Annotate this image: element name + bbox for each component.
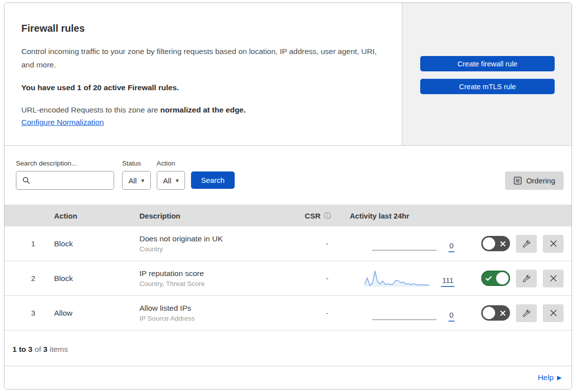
delete-rule-button[interactable] [543,270,564,287]
activity-sparkline [372,305,437,322]
table-header-row: Action Description CSR Activity last 24h… [4,205,572,226]
firewall-rules-panel: Firewall rules Control incoming traffic … [4,2,572,390]
rule-activity-cell: 111 [335,270,474,287]
action-filter-group: Action All ▼ [157,160,186,190]
toggle-knob [496,272,509,284]
configure-normalization-link[interactable]: Configure Normalization [21,118,104,126]
rule-csr-value: - [326,239,335,248]
rule-controls [474,270,564,287]
edit-rule-button[interactable] [516,270,537,287]
activity-count-link[interactable]: 111 [441,276,454,287]
help-link-label: Help [538,373,554,382]
column-header-csr: CSR [305,212,335,220]
wrench-icon [522,274,531,283]
header-section: Firewall rules Control incoming traffic … [4,3,572,146]
search-icon [22,176,30,184]
search-input[interactable] [33,172,112,189]
column-header-action: Action [54,212,139,220]
action-label: Action [157,160,186,167]
status-filter-group: Status All ▼ [122,160,151,190]
rule-enabled-toggle[interactable] [481,305,510,321]
edit-rule-button[interactable] [516,304,537,322]
items-count: 1 to 3 of 3 items [4,331,572,366]
toggle-x-icon [500,310,506,316]
search-group: Search description... [16,160,114,190]
edit-rule-button[interactable] [516,235,537,253]
rule-description-cell: IP reputation score Country, Threat Scor… [139,269,281,287]
rule-description: Allow listed IPs [139,304,281,313]
items-of-label: of [35,345,41,353]
ordering-button[interactable]: Ordering [505,171,564,190]
info-icon[interactable] [323,212,331,220]
activity-sparkline [372,235,437,252]
activity-count-link[interactable]: 0 [448,241,454,252]
create-mtls-rule-button[interactable]: Create mTLS rule [420,79,555,94]
items-total: 3 [43,345,48,353]
search-box [16,171,114,190]
rule-activity-cell: 0 [335,235,474,252]
toggle-check-icon [486,276,492,281]
create-firewall-rule-button[interactable]: Create firewall rule [420,56,555,71]
normalization-text-bold: normalized at the edge. [160,106,246,114]
table-row: 2 Block IP reputation score Country, Thr… [4,261,572,296]
status-dropdown[interactable]: All ▼ [122,171,151,190]
toggle-knob [483,307,495,319]
help-bar: Help ▶ [4,366,572,389]
rule-description: Does not originate in UK [139,234,281,243]
rule-action: Block [54,274,139,283]
action-selected-value: All [163,176,172,185]
status-label: Status [122,160,151,167]
items-range: 1 to 3 [12,345,32,353]
close-icon [550,309,557,317]
rule-description: IP reputation score [139,269,281,278]
help-link[interactable]: Help ▶ [538,373,562,382]
wrench-icon [522,239,531,248]
column-header-description: Description [139,212,281,220]
rule-csr-value: - [326,309,335,317]
activity-sparkline [365,270,429,287]
normalization-text: URL-encoded Requests to this zone are no… [21,106,382,114]
rule-match-fields: Country [139,245,281,253]
table-row: 1 Block Does not originate in UK Country… [4,226,572,261]
rule-match-fields: Country, Threat Score [139,280,281,287]
rule-csr-value: - [326,274,335,282]
delete-rule-button[interactable] [543,304,564,322]
rule-description-cell: Does not originate in UK Country [139,234,281,253]
rule-enabled-toggle[interactable] [481,271,510,286]
toggle-x-icon [500,241,506,246]
rule-priority: 2 [31,274,35,282]
header-description: Control incoming traffic to your zone by… [21,45,381,71]
rule-match-fields: IP Source Address [139,315,281,322]
chevron-down-icon: ▼ [175,178,180,183]
delete-rule-button[interactable] [543,235,564,253]
activity-count-link[interactable]: 0 [448,311,454,322]
header-text-block: Firewall rules Control incoming traffic … [4,3,402,145]
rule-controls [474,304,564,322]
actions-side-panel: Create firewall rule Create mTLS rule [402,3,572,145]
ordering-list-icon [513,176,522,185]
normalization-text-plain: URL-encoded Requests to this zone are [21,106,160,114]
page-title: Firewall rules [21,23,382,34]
rule-action: Block [54,239,139,248]
column-header-activity: Activity last 24hr [335,212,474,220]
rule-controls [474,235,564,253]
filter-bar: Search description... Status All ▼ Actio… [4,146,572,205]
chevron-down-icon: ▼ [140,178,145,183]
status-selected-value: All [128,176,137,185]
rule-priority: 3 [31,309,35,317]
help-arrow-icon: ▶ [557,375,562,381]
search-button[interactable]: Search [191,171,235,189]
usage-summary: You have used 1 of 20 active Firewall ru… [21,83,382,92]
wrench-icon [522,309,531,318]
table-row: 3 Allow Allow listed IPs IP Source Addre… [4,296,572,331]
rule-activity-cell: 0 [335,305,474,322]
rule-description-cell: Allow listed IPs IP Source Address [139,304,281,322]
csr-header-label: CSR [305,212,320,220]
rule-enabled-toggle[interactable] [481,236,510,251]
action-dropdown[interactable]: All ▼ [157,171,186,190]
ordering-button-label: Ordering [526,176,555,185]
close-icon [550,275,557,282]
toggle-knob [483,237,495,250]
items-label: items [50,345,68,353]
close-icon [550,240,557,247]
